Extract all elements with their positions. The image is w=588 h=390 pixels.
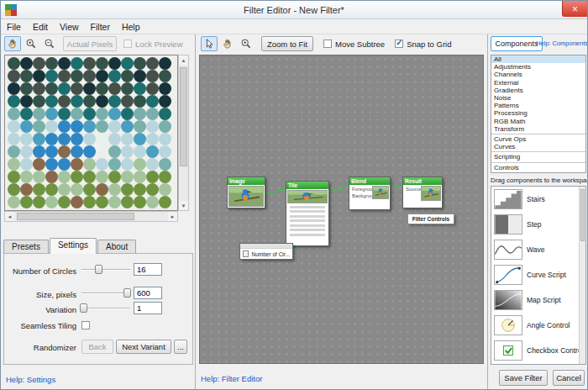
- category-transform[interactable]: Transform: [491, 125, 585, 133]
- components-scroll-thumb[interactable]: [580, 189, 585, 241]
- help-filter-editor-link[interactable]: Help: Filter Editor: [201, 374, 262, 383]
- next-variant-button[interactable]: Next Variant: [116, 340, 171, 354]
- variation-label: Variation: [3, 305, 76, 314]
- randomizer-more-button[interactable]: ...: [174, 340, 187, 354]
- node-blend-title: Blend: [349, 177, 390, 185]
- title-bar: Filter Editor - New Filter* ×: [1, 1, 587, 19]
- slider-thumb[interactable]: [95, 265, 102, 274]
- component-checkbox-control[interactable]: Checkbox Control: [491, 338, 585, 363]
- category-separator: [491, 151, 585, 152]
- horizontal-scroll-thumb[interactable]: [17, 213, 134, 220]
- category-channels[interactable]: Channels: [491, 71, 585, 78]
- category-curve-ops[interactable]: Curve Ops: [491, 135, 585, 143]
- component-map-script[interactable]: Map Script: [491, 287, 585, 313]
- menu-edit[interactable]: Edit: [27, 21, 54, 33]
- menu-bar: File Edit View Filter Help: [1, 19, 587, 34]
- menu-view[interactable]: View: [54, 21, 85, 33]
- stairs-thumbnail-icon: [494, 189, 522, 209]
- slider-thumb[interactable]: [80, 303, 87, 313]
- dialog-buttons: Save Filter Cancel: [488, 370, 588, 386]
- snap-to-grid-label: Snap to Grid: [407, 40, 451, 49]
- select-tool-button[interactable]: [201, 36, 218, 51]
- scroll-down-icon[interactable]: ▼: [179, 201, 188, 210]
- components-scrollbar[interactable]: [579, 187, 585, 364]
- randomizer-back-button[interactable]: Back: [81, 340, 113, 354]
- node-number-of-circles-control[interactable]: Number of Cir...: [239, 243, 293, 260]
- tab-about[interactable]: About: [97, 240, 136, 254]
- slider-thumb[interactable]: [123, 288, 131, 298]
- lock-preview-checkbox[interactable]: [123, 40, 132, 48]
- window-title: Filter Editor - New Filter*: [1, 5, 587, 15]
- tile-param-row: [290, 224, 325, 227]
- category-external[interactable]: External: [491, 79, 585, 87]
- size-pixels-input[interactable]: [134, 287, 162, 299]
- components-button[interactable]: Components: [491, 36, 543, 51]
- scroll-right-icon[interactable]: ►: [168, 212, 177, 221]
- seamless-tiling-checkbox[interactable]: [81, 321, 90, 329]
- variation-slider[interactable]: [81, 303, 130, 314]
- scroll-up-icon[interactable]: ▲: [179, 55, 188, 65]
- node-image[interactable]: Image: [227, 177, 265, 208]
- size-pixels-slider[interactable]: [81, 287, 130, 299]
- preview-vertical-scrollbar[interactable]: ▲ ▼: [178, 55, 189, 211]
- preview-horizontal-scrollbar[interactable]: ◄ ►: [4, 211, 178, 222]
- editor-toolbar: Zoom to Fit Move Subtree Snap to Grid: [196, 34, 487, 53]
- category-scripting[interactable]: Scripting: [491, 153, 585, 161]
- save-filter-button[interactable]: Save Filter: [499, 370, 548, 386]
- category-gradients[interactable]: Gradients: [491, 87, 585, 94]
- category-controls[interactable]: Controls: [491, 164, 585, 171]
- move-subtree-checkbox[interactable]: [323, 40, 332, 48]
- category-processing[interactable]: Processing: [491, 109, 585, 117]
- tab-settings[interactable]: Settings: [50, 238, 97, 254]
- node-workspace[interactable]: Image Tile Blend: [199, 55, 484, 364]
- actual-pixels-button[interactable]: Actual Pixels: [63, 36, 117, 51]
- zoom-tool-button[interactable]: [238, 36, 255, 51]
- cancel-button[interactable]: Cancel: [553, 370, 585, 386]
- component-curve-script[interactable]: Curve Script: [491, 262, 585, 287]
- category-adjustments[interactable]: Adjustments: [491, 63, 585, 71]
- category-curves[interactable]: Curves: [491, 143, 585, 150]
- category-separator: [491, 134, 585, 134]
- component-stairs[interactable]: Stairs: [491, 187, 585, 212]
- component-angle-control[interactable]: Angle Control: [491, 313, 585, 338]
- menu-help[interactable]: Help: [116, 21, 146, 33]
- editor-panel: Zoom to Fit Move Subtree Snap to Grid Im…: [196, 34, 487, 390]
- help-components-link[interactable]: Help: Components: [536, 40, 588, 47]
- node-tile[interactable]: Tile: [286, 181, 329, 246]
- hand-tool-button[interactable]: [4, 36, 21, 51]
- category-patterns[interactable]: Patterns: [491, 102, 585, 109]
- filter-controls-tag[interactable]: Filter Controls: [407, 213, 454, 224]
- component-step[interactable]: Step: [491, 212, 585, 237]
- move-subtree-label: Move Subtree: [335, 40, 385, 49]
- node-blend[interactable]: Blend Foreground Background: [349, 177, 391, 210]
- result-input-source: Source: [404, 186, 421, 192]
- category-noise[interactable]: Noise: [491, 94, 585, 102]
- tile-param-row: [290, 219, 325, 222]
- preview-mosaic[interactable]: [4, 55, 178, 211]
- tile-param-row: [290, 215, 325, 218]
- size-pixels-label: Size, pixels: [3, 290, 76, 299]
- close-button[interactable]: ×: [562, 1, 587, 17]
- category-rgb-math[interactable]: RGB Math: [491, 118, 585, 125]
- category-all[interactable]: All: [491, 55, 585, 63]
- scroll-left-icon[interactable]: ◄: [5, 212, 14, 221]
- pan-tool-button[interactable]: [219, 36, 236, 51]
- vertical-scroll-thumb[interactable]: [180, 67, 187, 166]
- variation-input[interactable]: [134, 302, 162, 314]
- zoom-in-tool-button[interactable]: [23, 36, 39, 51]
- menu-file[interactable]: File: [1, 21, 27, 33]
- node-result-thumbnail: [421, 186, 441, 201]
- component-wave[interactable]: Wave: [491, 237, 585, 262]
- zoom-to-fit-button[interactable]: Zoom to Fit: [261, 36, 313, 51]
- zoom-out-tool-button[interactable]: [41, 36, 58, 51]
- number-of-circles-slider[interactable]: [81, 264, 130, 276]
- angle-control-thumbnail-icon: [494, 315, 522, 335]
- blend-input-foreground: Foreground: [350, 186, 372, 192]
- node-result[interactable]: Result Source: [402, 177, 443, 208]
- preview-panel: Actual Pixels Lock Preview ▲ ▼ ◄ ► Prese…: [1, 34, 196, 390]
- number-of-circles-input[interactable]: [134, 263, 162, 276]
- tab-presets[interactable]: Presets: [3, 240, 49, 254]
- help-settings-link[interactable]: Help: Settings: [6, 375, 55, 384]
- menu-filter[interactable]: Filter: [85, 21, 116, 33]
- snap-to-grid-checkbox[interactable]: [395, 40, 403, 48]
